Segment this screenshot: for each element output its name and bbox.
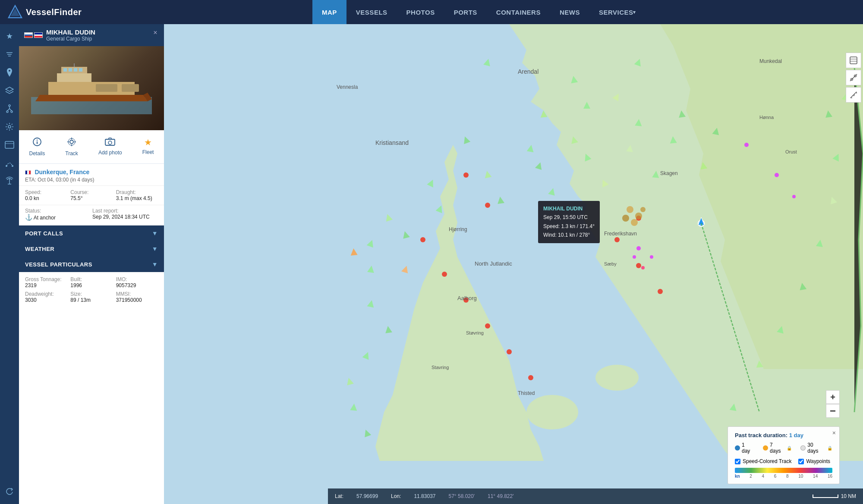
nav-photos[interactable]: PHOTOS [397, 0, 444, 24]
svg-point-49 [485, 323, 490, 329]
waypoints-checkbox[interactable]: Waypoints [798, 458, 830, 464]
action-track[interactable]: Track [61, 135, 82, 159]
nav-containers[interactable]: CONTAINERS [487, 0, 550, 24]
30days-label: 30 days [807, 442, 825, 454]
svg-text:Hønna: Hønna [759, 115, 774, 120]
sidebar-icon-star[interactable]: ★ [2, 28, 17, 44]
map-area[interactable]: Arendal Kristiansand Hjørring North Jutl… [164, 24, 863, 504]
sidebar-icon-route[interactable] [2, 155, 17, 171]
sidebar-icon-filter[interactable] [2, 47, 17, 62]
destination-row: Dunkerque, France ETA: Oct 04, 03:00 (in… [19, 164, 164, 186]
nav-ports[interactable]: PORTS [444, 0, 487, 24]
flag-russia [24, 32, 33, 38]
status-value: ⚓ At anchor [25, 214, 91, 221]
svg-text:Kristiansand: Kristiansand [375, 139, 409, 146]
map-tool-measure[interactable] [846, 87, 861, 103]
logo-icon [8, 5, 22, 19]
draught-label: Draught: [116, 189, 158, 195]
1day-dot [735, 445, 740, 451]
svg-point-127 [744, 143, 749, 147]
past-track-close-button[interactable]: × [832, 429, 836, 436]
svg-rect-27 [96, 84, 117, 92]
sidebar-icon-terminal[interactable] [2, 137, 17, 153]
destination-flag [25, 170, 31, 175]
map-tool-track[interactable] [846, 70, 861, 85]
svg-text:Stavring: Stavring [432, 365, 449, 370]
built-value: 1996 [70, 282, 112, 288]
svg-text:Støvring: Støvring [466, 330, 484, 335]
destination-name[interactable]: Dunkerque, France [35, 169, 89, 175]
svg-rect-23 [63, 68, 67, 72]
speed-track-input[interactable] [735, 459, 740, 464]
speed-label-10: 10 [798, 474, 803, 479]
action-add-photo[interactable]: Add photo [94, 135, 126, 159]
7days-lock: 🔒 [787, 446, 792, 451]
panel-close-button[interactable]: × [151, 28, 160, 37]
svg-text:Sæby: Sæby [604, 261, 617, 266]
svg-point-42 [526, 395, 578, 429]
svg-text:Thisted: Thisted [518, 390, 535, 396]
sidebar-icon-layers[interactable] [2, 83, 17, 98]
port-calls-header[interactable]: PORT CALLS ▼ [19, 225, 164, 241]
scale-bar: 10 NM [813, 493, 856, 499]
svg-text:Aalborg: Aalborg [457, 295, 477, 301]
sidebar-icon-antenna[interactable] [2, 173, 17, 189]
nav-news[interactable]: NEWS [550, 0, 589, 24]
svg-point-55 [658, 289, 663, 294]
ship-illustration [31, 63, 152, 114]
port-calls-label: PORT CALLS [25, 230, 63, 237]
info-grid: Speed: 0.0 kn Course: 75.5° Draught: 3.1… [19, 186, 164, 205]
track-1day-option[interactable]: 1 day [735, 442, 754, 454]
30days-dot [800, 445, 806, 451]
track-label: Track [65, 150, 78, 157]
svg-point-53 [614, 237, 620, 242]
speed-value: 0.0 kn [25, 195, 67, 201]
30days-lock: 🔒 [827, 446, 832, 451]
sidebar-icon-settings[interactable] [2, 119, 17, 135]
lat-value: 57.96699 [356, 493, 378, 499]
nav-vessels[interactable]: VESSELS [346, 0, 397, 24]
logo-area[interactable]: VesselFinder [0, 5, 95, 19]
weather-header[interactable]: WEATHER ▼ [19, 241, 164, 257]
gross-tonnage-value: 2319 [25, 282, 67, 288]
nav-services[interactable]: SERVICES [589, 0, 646, 24]
speed-gradient-bar [735, 468, 832, 473]
svg-rect-26 [79, 68, 82, 72]
fleet-label: Fleet [142, 149, 154, 155]
svg-text:Arendal: Arendal [518, 68, 539, 75]
waypoints-input[interactable] [798, 459, 804, 464]
svg-point-32 [37, 140, 38, 141]
action-fleet[interactable]: ★ Fleet [138, 135, 158, 159]
nav-map[interactable]: MAP [312, 0, 346, 24]
action-details[interactable]: Details [25, 135, 50, 159]
deadweight-value: 3030 [25, 297, 67, 303]
speed-label-16: 16 [828, 474, 832, 479]
sidebar-icon-refresh[interactable] [2, 484, 17, 500]
sidebar-icon-fork[interactable] [2, 101, 17, 116]
svg-marker-5 [6, 87, 13, 91]
track-7days-option[interactable]: 7 days 🔒 [763, 442, 792, 454]
zoom-controls: + − [826, 390, 840, 418]
svg-text:Munkedal: Munkedal [759, 58, 782, 64]
vessel-particulars-label: VESSEL PARTICULARS [25, 261, 92, 268]
speed-colored-track-checkbox[interactable]: Speed-Colored Track [735, 458, 791, 464]
past-track-panel: × Past track duration: 1 day 1 day 7 day… [728, 426, 840, 484]
last-report-value: Sep 29, 2024 18:34 UTC [92, 214, 158, 220]
zoom-in-button[interactable]: + [826, 390, 840, 404]
scale-line [813, 495, 838, 498]
sidebar-icon-location[interactable] [2, 65, 17, 80]
vessel-particulars-header[interactable]: VESSEL PARTICULARS ▼ [19, 257, 164, 272]
svg-rect-13 [5, 141, 14, 148]
svg-point-15 [6, 165, 7, 167]
track-icon [67, 137, 76, 149]
top-navigation: VesselFinder MAP VESSELS PHOTOS PORTS CO… [0, 0, 863, 24]
track-30days-option[interactable]: 30 days 🔒 [800, 442, 832, 454]
map-tool-layers[interactable] [846, 53, 861, 68]
svg-point-8 [11, 111, 13, 113]
vessel-particulars-arrow: ▼ [152, 261, 158, 268]
speed-label-6: 6 [774, 474, 777, 479]
zoom-out-button[interactable]: − [826, 404, 840, 418]
svg-point-16 [12, 165, 13, 167]
status-label: Status: [25, 208, 91, 214]
svg-point-126 [633, 255, 636, 259]
